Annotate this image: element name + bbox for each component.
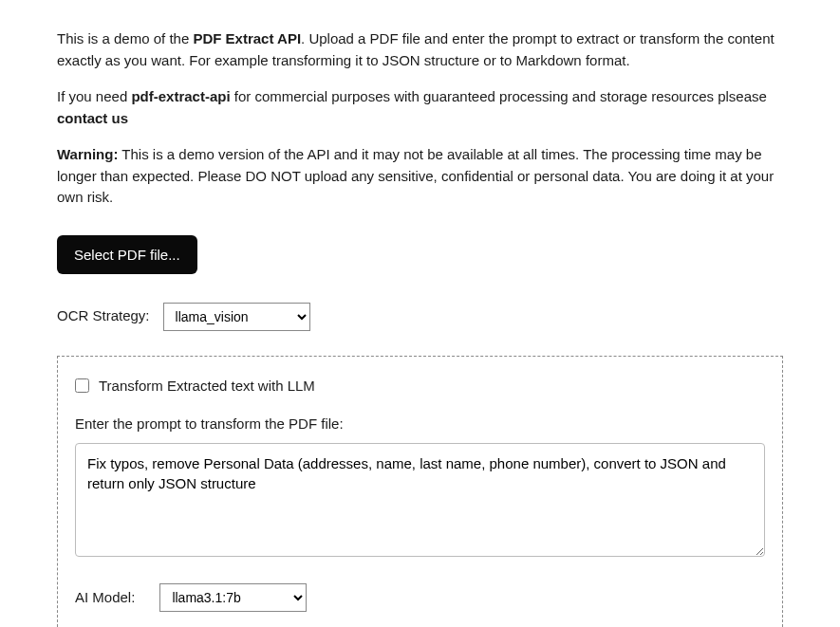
- ai-model-label: AI Model:: [75, 587, 135, 609]
- intro-paragraph-1: This is a demo of the PDF Extract API. U…: [57, 28, 783, 71]
- intro-text: This is a demo of the: [57, 30, 193, 46]
- warning-paragraph: Warning: This is a demo version of the A…: [57, 144, 783, 209]
- transform-llm-checkbox[interactable]: [75, 378, 89, 393]
- intro-text: for commercial purposes with guaranteed …: [231, 88, 767, 104]
- intro-paragraph-2: If you need pdf-extract-api for commerci…: [57, 86, 783, 129]
- transform-checkbox-label: Transform Extracted text with LLM: [99, 376, 315, 397]
- transform-checkbox-row: Transform Extracted text with LLM: [75, 376, 765, 397]
- intro-text: If you need: [57, 88, 131, 104]
- prompt-textarea[interactable]: [75, 443, 765, 557]
- select-pdf-label: Select PDF file...: [74, 247, 180, 263]
- intro-bold-api-name: PDF Extract API: [193, 30, 301, 46]
- contact-us-link[interactable]: contact us: [57, 110, 128, 126]
- ocr-strategy-label: OCR Strategy:: [57, 305, 150, 327]
- ai-model-select[interactable]: llama3.1:7b: [159, 583, 307, 612]
- ocr-strategy-row: OCR Strategy: llama_vision: [57, 303, 783, 331]
- intro-bold-api-slug: pdf-extract-api: [131, 88, 230, 104]
- prompt-label: Enter the prompt to transform the PDF fi…: [75, 414, 765, 435]
- warning-label: Warning:: [57, 146, 118, 162]
- ai-model-row: AI Model: llama3.1:7b: [75, 583, 765, 612]
- transform-panel: Transform Extracted text with LLM Enter …: [57, 356, 783, 628]
- select-pdf-button[interactable]: Select PDF file...: [57, 235, 197, 274]
- warning-text: This is a demo version of the API and it…: [57, 146, 774, 205]
- ocr-strategy-select[interactable]: llama_vision: [163, 303, 310, 331]
